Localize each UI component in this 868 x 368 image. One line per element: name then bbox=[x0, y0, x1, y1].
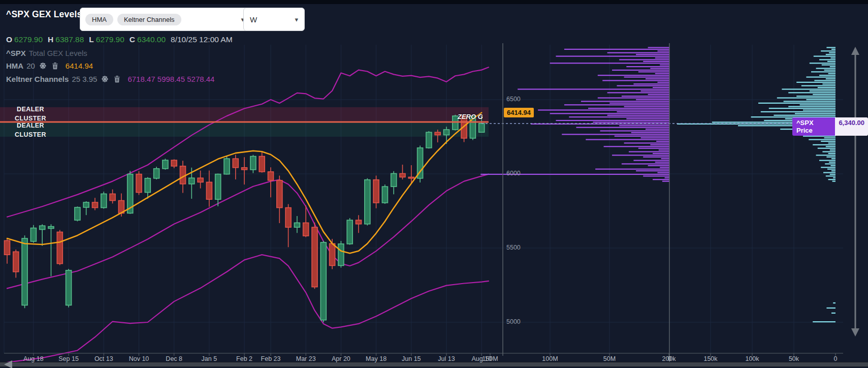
volume-profile-bar bbox=[782, 88, 835, 89]
candle-down bbox=[277, 180, 282, 208]
gex-profile-bar bbox=[538, 109, 669, 110]
candle-up bbox=[48, 227, 54, 229]
gex-profile-bar bbox=[653, 179, 669, 180]
date-axis-label[interactable]: Dec 8 bbox=[166, 355, 182, 362]
price-axis-label[interactable]: 6500 bbox=[506, 96, 521, 103]
gex-profile-bar bbox=[626, 66, 669, 67]
volume-profile-bar bbox=[819, 160, 835, 161]
date-axis-label[interactable]: Jan 5 bbox=[202, 355, 217, 362]
candle-down bbox=[233, 159, 238, 168]
gex-profile-bar bbox=[653, 153, 669, 154]
date-axis-label[interactable]: Feb 2 bbox=[236, 355, 252, 362]
volume-profile-bar bbox=[809, 139, 835, 140]
gex-profile-bar bbox=[619, 59, 669, 60]
candle-up bbox=[101, 194, 107, 207]
scrollbar-thumb[interactable] bbox=[0, 362, 868, 366]
gex-profile-bar bbox=[662, 181, 669, 182]
arrow-up-icon[interactable] bbox=[851, 47, 859, 55]
gex-profile-bar bbox=[653, 87, 669, 88]
volume-profile-bar bbox=[803, 136, 835, 137]
date-axis-label[interactable]: Sep 15 bbox=[58, 355, 79, 362]
trash-icon[interactable] bbox=[52, 62, 58, 70]
indicator-select[interactable]: HMA Keltner Channels ▾ bbox=[80, 8, 250, 31]
chart-surface[interactable] bbox=[0, 0, 868, 368]
volume-profile-bar bbox=[828, 153, 835, 154]
gex-profile-bar bbox=[581, 101, 669, 102]
candle-up bbox=[320, 242, 326, 320]
legend-symbol-row: ^SPX Total GEX Levels bbox=[6, 49, 87, 57]
date-axis-label[interactable]: Jul 13 bbox=[438, 355, 455, 362]
gex-profile-bar bbox=[648, 94, 669, 95]
gex-profile-bar bbox=[648, 47, 669, 48]
candle-up bbox=[338, 244, 344, 266]
arrow-down-icon[interactable] bbox=[851, 328, 859, 336]
dealer-cluster-zone-red bbox=[0, 107, 489, 122]
gex-profile-bar bbox=[657, 172, 669, 173]
price-axis-label[interactable]: 6000 bbox=[506, 170, 521, 177]
timeframe-select[interactable]: W ▾ bbox=[243, 8, 305, 31]
candle-up bbox=[444, 130, 449, 135]
candle-down bbox=[330, 243, 335, 265]
candle-down bbox=[5, 240, 10, 255]
gex-profile-bar bbox=[660, 65, 669, 66]
volume-profile-bar bbox=[826, 175, 835, 176]
date-axis-label[interactable]: Jun 15 bbox=[402, 355, 421, 362]
indicator-pill-hma[interactable]: HMA bbox=[85, 14, 113, 25]
candle-down bbox=[408, 177, 414, 178]
volume-profile-bar bbox=[831, 158, 835, 159]
hma-name: HMA bbox=[6, 62, 23, 70]
cluster-label-line: CLUSTER bbox=[0, 130, 61, 139]
date-axis-label[interactable]: Aug 18 bbox=[23, 355, 44, 362]
volume-axis-label[interactable]: 150k bbox=[703, 355, 717, 362]
gex-profile-bar bbox=[636, 170, 669, 171]
gex-profile-bar bbox=[562, 134, 669, 135]
volume-profile-bar bbox=[826, 54, 835, 55]
gex-profile-bar bbox=[612, 70, 669, 71]
gex-axis-label[interactable]: 100M bbox=[542, 355, 558, 362]
candle-up bbox=[347, 220, 352, 244]
high-label: H bbox=[48, 35, 53, 44]
price-axis-label[interactable]: 5500 bbox=[506, 244, 521, 251]
volume-axis-label[interactable]: 50k bbox=[789, 355, 799, 362]
gex-profile-bar bbox=[622, 96, 669, 97]
gear-icon[interactable] bbox=[101, 75, 109, 83]
volume-profile-bar bbox=[832, 181, 835, 182]
gex-profile-bar bbox=[643, 61, 669, 62]
volume-profile-bar bbox=[829, 52, 835, 53]
gex-profile-bar bbox=[657, 50, 669, 51]
volume-profile-bar bbox=[758, 103, 835, 104]
close-value: 6340.00 bbox=[135, 35, 171, 44]
date-axis-label[interactable]: Oct 13 bbox=[94, 355, 113, 362]
indicator-pill-keltner[interactable]: Keltner Channels bbox=[117, 14, 181, 25]
volume-axis-label[interactable]: 100k bbox=[745, 355, 759, 362]
price-flag-value: 6,340.00 bbox=[835, 117, 868, 136]
volume-profile-bar bbox=[818, 148, 835, 149]
candle-up bbox=[391, 173, 397, 187]
open-label: O bbox=[6, 35, 12, 44]
volume-axis-label[interactable]: 0 bbox=[834, 355, 838, 362]
gex-profile-bar bbox=[588, 108, 669, 109]
date-axis-label[interactable]: Apr 20 bbox=[332, 355, 350, 362]
date-axis-label[interactable]: Nov 10 bbox=[129, 355, 149, 362]
gex-axis-label[interactable]: 50M bbox=[603, 355, 616, 362]
gex-axis-label[interactable]: 150M bbox=[482, 355, 498, 362]
candle-up bbox=[224, 159, 230, 174]
volume-profile-bar bbox=[826, 308, 835, 309]
candle-down bbox=[242, 168, 247, 170]
bar-datetime: 8/10/25 12:00 AM bbox=[171, 35, 233, 44]
date-axis-label[interactable]: Mar 23 bbox=[296, 355, 316, 362]
gex-profile-bar bbox=[657, 82, 669, 83]
candle-up bbox=[163, 160, 168, 169]
gear-icon[interactable] bbox=[39, 62, 47, 70]
volume-axis-label[interactable]: 200k bbox=[662, 355, 676, 362]
keltner-current-values: 6718.47 5998.45 5278.44 bbox=[124, 75, 214, 83]
trash-icon[interactable] bbox=[114, 75, 120, 83]
date-axis-label[interactable]: Feb 23 bbox=[261, 355, 281, 362]
gex-profile-bar bbox=[619, 125, 669, 126]
gex-profile-bar bbox=[576, 127, 669, 128]
gex-profile-bar bbox=[650, 68, 669, 69]
price-axis-label[interactable]: 5000 bbox=[506, 318, 521, 325]
date-axis-label[interactable]: May 18 bbox=[366, 355, 387, 362]
gex-profile-bar bbox=[624, 142, 669, 143]
dealer-label-line: DEALER bbox=[0, 105, 61, 114]
